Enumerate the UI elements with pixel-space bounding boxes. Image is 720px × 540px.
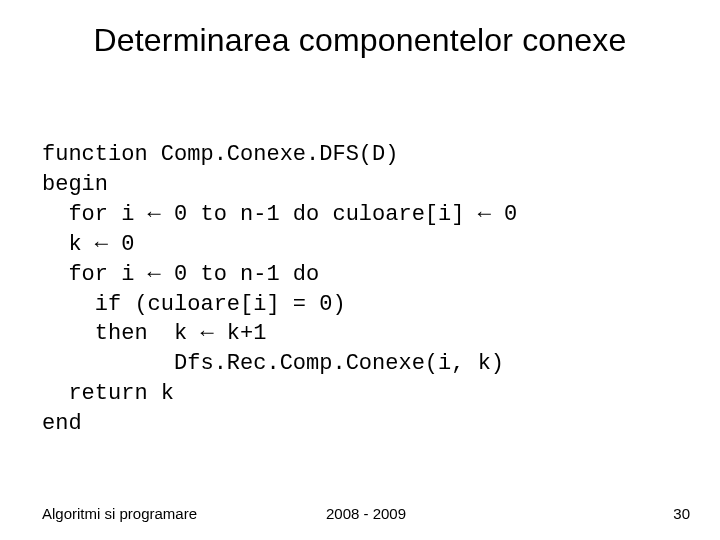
footer: Algoritmi si programare 2008 - 2009 30 [42,505,690,522]
pseudocode-block: function Comp.Conexe.DFS(D) begin for i … [42,140,680,439]
footer-page-number: 30 [673,505,690,522]
slide-title: Determinarea componentelor conexe [0,22,720,59]
slide: Determinarea componentelor conexe functi… [0,0,720,540]
footer-left: Algoritmi si programare [42,505,197,522]
